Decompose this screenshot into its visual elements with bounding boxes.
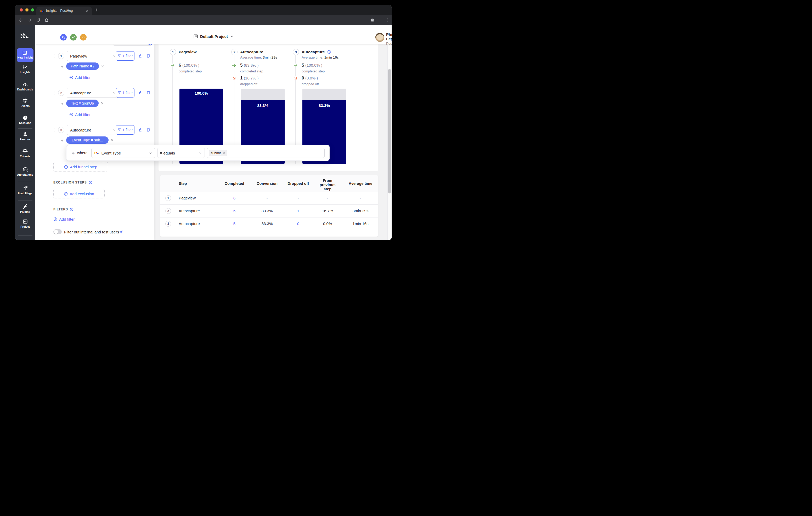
person-icon bbox=[23, 131, 28, 137]
step-number-badge: 2 bbox=[58, 90, 64, 96]
reload-icon[interactable] bbox=[36, 18, 40, 22]
traffic-light-minimize[interactable] bbox=[25, 8, 29, 11]
sidebar-item-sessions[interactable]: Sessions bbox=[15, 115, 35, 124]
traffic-light-zoom[interactable] bbox=[31, 8, 34, 11]
step-event-select[interactable]: Autocapture bbox=[67, 125, 119, 135]
property-value-input[interactable]: submit bbox=[207, 148, 325, 158]
sidebar-nav: New Insight Insights Dashboards Events S… bbox=[15, 25, 35, 240]
dropped-stat[interactable]: 1 (16.7% ) bbox=[240, 75, 259, 81]
sidebar-item-annotations[interactable]: Annotations bbox=[15, 167, 35, 176]
info-icon[interactable] bbox=[327, 50, 331, 54]
completed-stat[interactable]: 6 (100.0% ) bbox=[179, 63, 199, 68]
funnel-step-badge: 1 bbox=[170, 49, 176, 55]
row-dropped[interactable]: 1 bbox=[285, 209, 311, 213]
exclusion-steps-label: EXCLUSION STEPS bbox=[53, 181, 87, 184]
col-header-average-time[interactable]: Average time bbox=[347, 181, 374, 186]
home-icon[interactable] bbox=[45, 18, 49, 22]
sidebar-item-insights[interactable]: Insights bbox=[15, 65, 35, 74]
delete-trash-icon[interactable] bbox=[146, 54, 150, 58]
where-label: where bbox=[77, 151, 88, 155]
sidebar-item-persons[interactable]: Persons bbox=[15, 131, 35, 141]
col-header-completed[interactable]: Completed bbox=[221, 181, 248, 186]
warnings-button[interactable] bbox=[80, 34, 87, 40]
sidebar-item-plugins[interactable]: Plugins bbox=[15, 204, 35, 213]
row-step-badge: 3 bbox=[165, 221, 171, 226]
info-icon[interactable] bbox=[89, 181, 92, 184]
col-header-from-previous-step[interactable]: From previous step bbox=[316, 179, 339, 191]
delete-trash-icon[interactable] bbox=[146, 90, 150, 95]
posthog-favicon bbox=[39, 9, 44, 12]
operator-select[interactable]: = equals bbox=[157, 148, 205, 158]
browser-tab[interactable]: Insights · PostHog bbox=[36, 6, 92, 15]
row-dropped[interactable]: 0 bbox=[285, 221, 311, 226]
add-funnel-step-button[interactable]: Add funnel step bbox=[53, 162, 108, 172]
tab-close-icon[interactable] bbox=[86, 9, 89, 12]
property-filter-chip[interactable]: Event Type = sub... bbox=[66, 136, 109, 144]
traffic-light-close[interactable] bbox=[20, 8, 23, 11]
info-icon[interactable] bbox=[70, 208, 74, 211]
command-palette-button[interactable] bbox=[60, 34, 67, 40]
row-average-time: - bbox=[347, 196, 374, 200]
events-ok-status-button[interactable] bbox=[70, 34, 77, 40]
forward-icon[interactable] bbox=[27, 18, 32, 22]
back-icon[interactable] bbox=[19, 18, 23, 22]
remove-filter-x-icon[interactable] bbox=[110, 138, 114, 142]
funnel-step-badge: 3 bbox=[293, 49, 299, 55]
posthog-logo[interactable] bbox=[20, 33, 30, 39]
bar-percent-label: 100.0% bbox=[179, 91, 223, 95]
step-filter-count-button[interactable]: 1 filter bbox=[116, 51, 135, 61]
step-filter-count-button[interactable]: 1 filter bbox=[116, 125, 135, 134]
extensions-puzzle-icon[interactable] bbox=[370, 18, 374, 22]
add-exclusion-button[interactable]: Add exclusion bbox=[53, 189, 105, 199]
completed-stat[interactable]: 5 (83.3% ) bbox=[240, 63, 259, 68]
edit-pencil-icon[interactable] bbox=[138, 90, 142, 95]
row-completed[interactable]: 5 bbox=[221, 209, 248, 213]
completed-stat[interactable]: 5 (100.0% ) bbox=[301, 63, 322, 68]
step-event-select[interactable]: Pageview bbox=[67, 51, 119, 61]
row-completed[interactable]: 6 bbox=[221, 196, 248, 200]
scroll-shadow bbox=[35, 44, 392, 46]
col-header-dropped-off[interactable]: Dropped off bbox=[285, 181, 311, 186]
user-avatar[interactable] bbox=[375, 33, 384, 42]
col-header-conversion[interactable]: Conversion bbox=[254, 181, 280, 186]
user-info[interactable]: Phil Leggetter PostHog bbox=[386, 32, 392, 45]
sidebar-item-dashboards[interactable]: Dashboards bbox=[15, 82, 35, 91]
drag-handle-icon[interactable] bbox=[54, 127, 57, 132]
row-completed[interactable]: 5 bbox=[221, 221, 248, 226]
edit-pencil-icon[interactable] bbox=[138, 127, 142, 132]
average-time-value: 1min 16s bbox=[324, 55, 339, 59]
delete-trash-icon[interactable] bbox=[146, 127, 150, 132]
sidebar-item-project[interactable]: Project bbox=[15, 219, 35, 228]
sidebar-item-cohorts[interactable]: Cohorts bbox=[15, 148, 35, 158]
remove-tag-x-icon[interactable] bbox=[222, 152, 225, 154]
row-step-badge: 1 bbox=[165, 195, 171, 201]
property-filter-chip[interactable]: Path Name = / bbox=[66, 62, 99, 70]
sidebar-item-feature-flags[interactable]: Feat. Flags bbox=[15, 185, 35, 195]
step-event-select[interactable]: Autocapture bbox=[67, 88, 119, 98]
step-filter-count-button[interactable]: 1 filter bbox=[116, 88, 135, 97]
sidebar-item-label: Plugins bbox=[15, 210, 35, 213]
col-header-step[interactable]: Step bbox=[179, 181, 187, 186]
property-filter-chip[interactable]: Text = SignUp bbox=[66, 99, 98, 107]
posthog-property-icon bbox=[94, 151, 99, 155]
value-tag[interactable]: submit bbox=[209, 150, 227, 156]
drag-handle-icon[interactable] bbox=[54, 90, 57, 95]
remove-filter-x-icon[interactable] bbox=[101, 64, 105, 68]
internal-users-toggle[interactable] bbox=[53, 229, 62, 234]
edit-pencil-icon[interactable] bbox=[138, 54, 142, 58]
property-key-select[interactable]: Event Type bbox=[91, 148, 155, 158]
add-filter-link[interactable]: Add filter bbox=[69, 113, 90, 117]
project-switcher[interactable]: Default Project bbox=[193, 34, 234, 39]
dropped-stat[interactable]: 0 (0.0% ) bbox=[301, 75, 318, 81]
new-tab-icon[interactable] bbox=[94, 8, 98, 12]
sidebar-item-events[interactable]: Events bbox=[15, 98, 35, 108]
browser-menu-kebab-icon[interactable] bbox=[385, 18, 389, 22]
bar-percent-label: 83.3% bbox=[302, 103, 346, 108]
gear-icon[interactable] bbox=[119, 230, 123, 234]
add-filter-link[interactable]: Add filter bbox=[69, 75, 90, 80]
global-add-filter-link[interactable]: Add filter bbox=[53, 217, 75, 221]
step-event-value: Autocapture bbox=[70, 91, 91, 95]
remove-filter-x-icon[interactable] bbox=[100, 101, 104, 105]
scrollbar-thumb[interactable] bbox=[388, 69, 391, 193]
drag-handle-icon[interactable] bbox=[54, 54, 57, 58]
